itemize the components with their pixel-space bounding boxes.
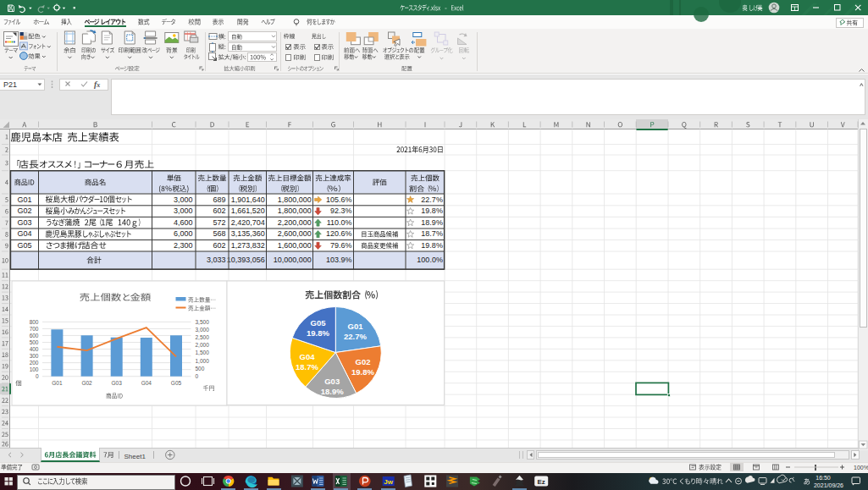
svg-text:3,000: 3,000 [196, 327, 210, 333]
svg-text:0: 0 [196, 373, 199, 379]
svg-text:800: 800 [30, 319, 39, 325]
svg-text:G01: G01 [348, 322, 364, 331]
svg-text:200: 200 [30, 360, 39, 366]
svg-text:Ez: Ez [538, 478, 545, 486]
svg-text:600: 600 [30, 333, 39, 339]
svg-text:G04: G04 [141, 380, 152, 386]
svg-text:300: 300 [30, 353, 39, 359]
svg-text:2,000: 2,000 [196, 342, 210, 348]
svg-text:G01: G01 [52, 380, 63, 386]
svg-text:1,000: 1,000 [196, 358, 210, 364]
svg-text:1,500: 1,500 [196, 350, 210, 355]
svg-text:G05: G05 [311, 318, 327, 328]
svg-text:400: 400 [30, 346, 39, 352]
svg-text:G02: G02 [356, 357, 371, 366]
svg-text:700: 700 [30, 326, 39, 332]
svg-text:100: 100 [30, 366, 39, 372]
svg-text:G02: G02 [81, 380, 92, 386]
svg-text:G05: G05 [171, 380, 182, 386]
svg-text:2,500: 2,500 [196, 334, 210, 340]
svg-text:G03: G03 [324, 377, 340, 386]
svg-text:19.8%: 19.8% [351, 367, 374, 377]
svg-text:0: 0 [36, 373, 39, 379]
svg-text:500: 500 [30, 339, 39, 345]
svg-text:3,500: 3,500 [196, 319, 210, 325]
svg-text:22.7%: 22.7% [344, 332, 367, 341]
svg-text:Jw: Jw [384, 478, 393, 486]
svg-text:G03: G03 [112, 380, 123, 386]
svg-text:G04: G04 [300, 352, 316, 361]
svg-text:18.7%: 18.7% [296, 362, 318, 372]
svg-text:500: 500 [196, 366, 205, 372]
svg-text:18.9%: 18.9% [321, 387, 344, 396]
svg-text:19.8%: 19.8% [307, 328, 329, 338]
